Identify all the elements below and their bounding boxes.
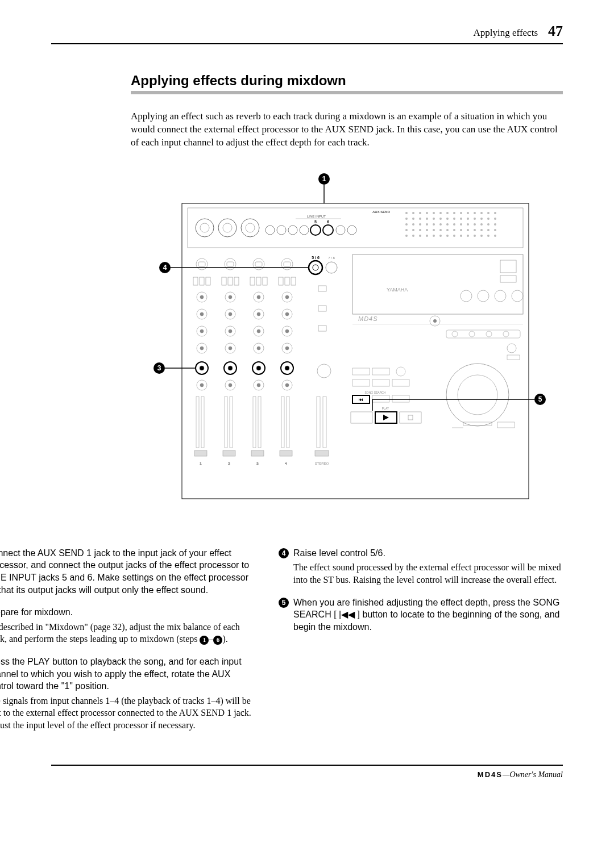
svg-point-80 — [405, 235, 408, 237]
svg-rect-170 — [352, 254, 523, 314]
svg-point-15 — [288, 226, 297, 235]
svg-point-19 — [323, 225, 333, 235]
svg-point-185 — [486, 331, 492, 337]
svg-rect-95 — [198, 262, 205, 266]
svg-point-65 — [494, 223, 496, 226]
svg-rect-168 — [318, 306, 326, 311]
svg-point-26 — [419, 212, 421, 214]
svg-point-134 — [257, 295, 260, 299]
svg-rect-195 — [372, 379, 389, 386]
svg-point-8 — [223, 223, 232, 232]
inline-step-icon: 6 — [213, 636, 222, 645]
svg-text:AUX SEND: AUX SEND — [372, 210, 391, 214]
svg-point-48 — [474, 218, 476, 220]
svg-rect-167 — [318, 286, 326, 291]
svg-point-164 — [313, 265, 318, 270]
svg-point-30 — [446, 212, 449, 214]
svg-point-39 — [412, 218, 414, 220]
step-number-icon: 4 — [279, 548, 289, 558]
svg-text:1: 1 — [200, 462, 202, 465]
svg-text:7 / 8: 7 / 8 — [328, 256, 335, 260]
step-body: The signals from input channels 1–4 (the… — [0, 695, 256, 732]
svg-point-46 — [460, 218, 462, 220]
svg-rect-225 — [251, 450, 264, 456]
svg-point-7 — [218, 219, 237, 237]
svg-rect-221 — [223, 450, 235, 456]
svg-point-55 — [426, 223, 428, 226]
svg-text:SONG SEARCH: SONG SEARCH — [365, 391, 386, 394]
svg-point-140 — [257, 347, 260, 350]
svg-point-159 — [285, 366, 289, 370]
svg-text:3: 3 — [256, 462, 259, 465]
step-heading-text: Press the PLAY button to playback the so… — [0, 656, 256, 692]
step-1: 1 Connect the AUX SEND 1 jack to the inp… — [0, 547, 256, 596]
step-4: 4 Raise level control 5/6. The effect so… — [279, 547, 563, 586]
svg-rect-96 — [193, 277, 198, 285]
svg-point-174 — [460, 290, 472, 302]
svg-point-184 — [469, 331, 475, 337]
svg-point-31 — [453, 212, 455, 214]
svg-point-74 — [460, 229, 462, 231]
svg-rect-97 — [200, 277, 204, 285]
svg-point-79 — [494, 229, 496, 231]
svg-point-62 — [474, 223, 476, 226]
svg-text:3: 3 — [157, 364, 161, 372]
svg-rect-212 — [323, 397, 326, 448]
svg-point-56 — [433, 223, 435, 226]
svg-point-186 — [503, 331, 509, 337]
svg-rect-206 — [351, 412, 372, 423]
svg-point-17 — [310, 225, 321, 235]
svg-point-92 — [487, 235, 489, 237]
svg-rect-200 — [372, 395, 389, 402]
svg-point-189 — [446, 364, 509, 426]
svg-text:5: 5 — [538, 395, 542, 403]
svg-point-50 — [487, 218, 489, 220]
svg-point-144 — [257, 383, 260, 387]
svg-point-86 — [446, 235, 449, 237]
svg-point-77 — [480, 229, 483, 231]
svg-text:STEREO: STEREO — [315, 462, 329, 465]
svg-point-45 — [453, 218, 455, 220]
svg-rect-192 — [372, 368, 389, 375]
svg-point-157 — [285, 347, 289, 350]
svg-point-16 — [300, 226, 309, 235]
svg-rect-201 — [392, 395, 409, 402]
intro-paragraph: Applying an effect such as reverb to eac… — [131, 110, 563, 149]
svg-point-44 — [446, 218, 449, 220]
svg-text:MD4S: MD4S — [358, 315, 378, 322]
svg-point-33 — [467, 212, 469, 214]
step-body: As described in "Mixdown" (page 32), adj… — [0, 621, 256, 645]
svg-point-81 — [412, 235, 414, 237]
svg-point-53 — [412, 223, 414, 226]
svg-rect-182 — [446, 330, 520, 338]
svg-point-102 — [200, 312, 204, 316]
svg-point-5 — [196, 219, 214, 237]
svg-point-87 — [453, 235, 455, 237]
svg-point-52 — [405, 223, 408, 226]
step-2: 2 Prepare for mixdown. As described in "… — [0, 606, 256, 645]
svg-rect-4 — [188, 208, 523, 248]
svg-text:5: 5 — [314, 220, 317, 224]
svg-point-127 — [229, 383, 232, 387]
step-body: The effect sound processed by the extern… — [293, 561, 563, 586]
svg-point-37 — [494, 212, 496, 214]
svg-point-61 — [467, 223, 469, 226]
svg-point-136 — [257, 312, 260, 316]
svg-text:5 / 6: 5 / 6 — [312, 256, 320, 260]
svg-point-58 — [446, 223, 449, 226]
svg-point-88 — [460, 235, 462, 237]
svg-point-128 — [253, 258, 264, 270]
inline-step-icon: 1 — [200, 636, 209, 645]
svg-rect-113 — [222, 277, 226, 285]
page-header: Applying effects 47 — [51, 23, 563, 44]
svg-point-9 — [241, 219, 259, 237]
footer-model: MD4S — [478, 770, 503, 779]
svg-point-42 — [433, 218, 435, 220]
svg-rect-224 — [258, 397, 261, 448]
svg-point-49 — [480, 218, 483, 220]
svg-rect-114 — [228, 277, 233, 285]
step-heading-text: Prepare for mixdown. — [0, 606, 73, 619]
svg-rect-132 — [263, 277, 267, 285]
steps-columns: 1 Connect the AUX SEND 1 jack to the inp… — [0, 547, 563, 742]
svg-rect-112 — [227, 262, 234, 266]
